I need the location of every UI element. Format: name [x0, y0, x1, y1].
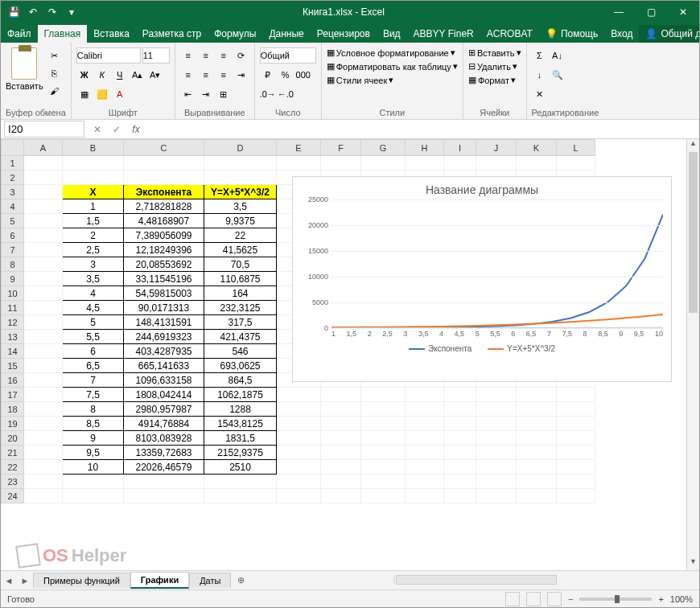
- cell[interactable]: [406, 474, 444, 489]
- cell[interactable]: 20,08553692: [124, 257, 204, 272]
- cell[interactable]: 9,9375: [204, 214, 277, 228]
- cell[interactable]: [204, 156, 277, 170]
- cell[interactable]: [406, 431, 444, 446]
- cell[interactable]: [277, 156, 321, 170]
- row-header[interactable]: 7: [2, 243, 24, 257]
- cell[interactable]: 693,0625: [204, 359, 277, 373]
- cell[interactable]: 403,4287935: [124, 344, 204, 359]
- sheet-tab-1[interactable]: Примеры функций: [33, 573, 130, 588]
- cell[interactable]: [321, 474, 361, 489]
- font-size-combo[interactable]: [142, 47, 170, 64]
- cell[interactable]: [557, 489, 595, 503]
- cell[interactable]: 9: [63, 431, 124, 446]
- cell[interactable]: [361, 431, 406, 446]
- minimize-icon[interactable]: —: [603, 1, 635, 23]
- cell[interactable]: [24, 243, 63, 257]
- borders-icon[interactable]: ▦: [76, 86, 93, 102]
- cell[interactable]: [557, 460, 595, 474]
- close-icon[interactable]: ✕: [667, 1, 699, 23]
- italic-button[interactable]: К: [94, 67, 110, 83]
- cell[interactable]: [557, 388, 595, 402]
- chart[interactable]: Название диаграммы 050001000015000200002…: [292, 176, 672, 382]
- row-header[interactable]: 19: [2, 417, 24, 431]
- underline-button[interactable]: Ч: [112, 67, 128, 83]
- cell[interactable]: 864,5: [204, 373, 277, 388]
- cell[interactable]: [476, 431, 517, 446]
- cell[interactable]: [361, 474, 406, 489]
- row-header[interactable]: 1: [2, 156, 24, 170]
- cell[interactable]: [557, 402, 595, 417]
- row-header[interactable]: 4: [2, 199, 24, 214]
- cell[interactable]: Y=X+5*X^3/2: [204, 185, 277, 199]
- col-header[interactable]: D: [204, 140, 277, 156]
- cell[interactable]: [63, 156, 124, 170]
- cell[interactable]: [361, 446, 406, 460]
- zoom-in-icon[interactable]: +: [658, 594, 663, 604]
- orientation-icon[interactable]: ⟳: [233, 47, 249, 64]
- cell[interactable]: 4914,76884: [124, 417, 204, 431]
- cell[interactable]: [444, 474, 476, 489]
- find-icon[interactable]: 🔍: [550, 67, 566, 83]
- cell[interactable]: [24, 474, 63, 489]
- tab-review[interactable]: Рецензиров: [311, 25, 377, 43]
- cell[interactable]: [517, 431, 557, 446]
- row-header[interactable]: 15: [2, 359, 24, 373]
- clear-icon[interactable]: ✕: [532, 86, 548, 102]
- cell[interactable]: [361, 460, 406, 474]
- col-header[interactable]: G: [361, 140, 406, 156]
- tab-home[interactable]: Главная: [38, 25, 88, 43]
- cell[interactable]: Экспонента: [124, 185, 204, 199]
- row-header[interactable]: 8: [2, 257, 24, 272]
- tab-nav-prev-icon[interactable]: ◄: [1, 576, 17, 585]
- cell[interactable]: [124, 489, 204, 503]
- cell[interactable]: 54,59815003: [124, 286, 204, 301]
- cell[interactable]: 7,389056099: [124, 228, 204, 243]
- cell[interactable]: 8,5: [63, 417, 124, 431]
- cell[interactable]: [476, 474, 517, 489]
- tab-view[interactable]: Вид: [377, 25, 407, 43]
- cell[interactable]: [24, 301, 63, 315]
- cell[interactable]: 70,5: [204, 257, 277, 272]
- enter-formula-icon[interactable]: ✓: [107, 124, 126, 135]
- format-painter-icon[interactable]: 🖌: [47, 83, 63, 99]
- cell[interactable]: [361, 417, 406, 431]
- cell[interactable]: [476, 417, 517, 431]
- cell[interactable]: [24, 489, 63, 503]
- cell[interactable]: 317,5: [204, 315, 277, 330]
- cell[interactable]: [361, 388, 406, 402]
- row-header[interactable]: 13: [2, 330, 24, 344]
- cell[interactable]: 546: [204, 344, 277, 359]
- cell[interactable]: [24, 388, 63, 402]
- cell[interactable]: 90,0171313: [124, 301, 204, 315]
- tab-acrobat[interactable]: ACROBAT: [480, 25, 539, 43]
- paste-button[interactable]: Вставить: [6, 47, 43, 91]
- cell[interactable]: [24, 330, 63, 344]
- conditional-formatting-button[interactable]: ▦ Условное форматирование ▾: [327, 47, 455, 58]
- format-as-table-button[interactable]: ▦ Форматировать как таблицу ▾: [327, 61, 458, 72]
- cell[interactable]: [444, 417, 476, 431]
- percent-icon[interactable]: %: [278, 67, 294, 83]
- cell[interactable]: [321, 388, 361, 402]
- cell[interactable]: 3: [63, 257, 124, 272]
- delete-cells-button[interactable]: ⊟ Удалить ▾: [468, 61, 517, 72]
- cell[interactable]: [24, 286, 63, 301]
- cell[interactable]: [277, 402, 321, 417]
- cell[interactable]: [277, 474, 321, 489]
- cell[interactable]: [557, 156, 595, 170]
- cell[interactable]: [476, 156, 517, 170]
- cell[interactable]: [321, 431, 361, 446]
- cell[interactable]: [406, 402, 444, 417]
- cell[interactable]: [24, 359, 63, 373]
- increase-indent-icon[interactable]: ⇥: [198, 86, 214, 102]
- cell[interactable]: 13359,72683: [124, 446, 204, 460]
- col-header[interactable]: K: [517, 140, 557, 156]
- cell[interactable]: [24, 446, 63, 460]
- cell[interactable]: [406, 460, 444, 474]
- cell[interactable]: [277, 431, 321, 446]
- cell[interactable]: [557, 417, 595, 431]
- cell[interactable]: [277, 417, 321, 431]
- cell[interactable]: 4,5: [63, 301, 124, 315]
- cell[interactable]: [557, 431, 595, 446]
- cell[interactable]: 41,5625: [204, 243, 277, 257]
- cell[interactable]: [24, 373, 63, 388]
